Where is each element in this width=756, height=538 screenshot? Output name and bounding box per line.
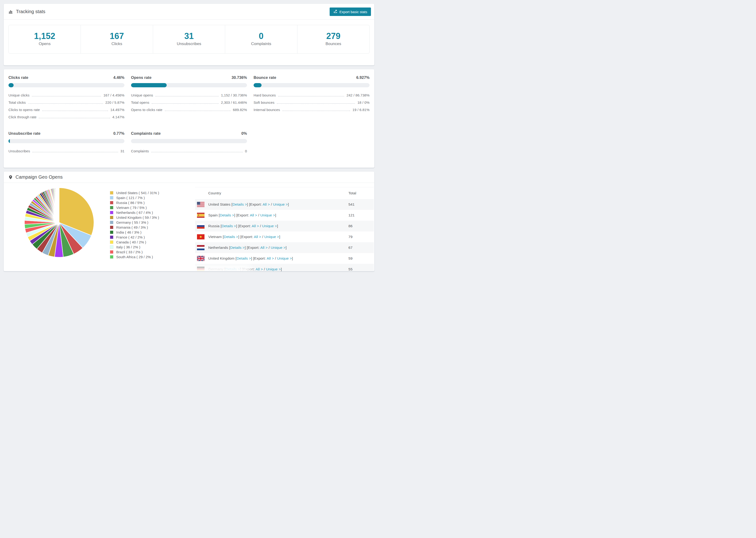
dotted-leader — [151, 152, 243, 152]
legend-item: United Kingdom ( 59 / 3% ) — [110, 215, 159, 220]
dashboard-page: Tracking stats Export basic stats 1,152 … — [0, 0, 378, 278]
rate-detail-value: 14.497% — [110, 108, 125, 112]
total-cell: 86 — [349, 224, 352, 228]
rate-value: 30.736% — [232, 75, 247, 80]
legend-item: Canada ( 40 / 2% ) — [110, 240, 159, 244]
legend-swatch — [110, 196, 113, 199]
rate-detail-row: Hard bounces 242 / 86.738% — [253, 91, 369, 99]
export-unique-link[interactable]: Unique > — [277, 256, 292, 260]
rate-detail-row: Internal bounces 19 / 6.81% — [253, 106, 369, 113]
rate-block: Unsubscribe rate 0.77% Unsubscribes 31 — [9, 131, 125, 155]
dotted-leader — [32, 96, 101, 96]
export-all-link[interactable]: All > — [250, 213, 257, 217]
progress-bar — [131, 83, 247, 87]
export-unique-link[interactable]: Unique > — [262, 224, 277, 228]
export-unique-link[interactable]: Unique > — [266, 267, 281, 271]
rate-detail-label: Unique clicks — [9, 93, 29, 97]
export-basic-stats-button[interactable]: Export basic stats — [330, 8, 371, 16]
country-cell: Vietnam [Details >] [Export: All > / Uni… — [208, 235, 280, 239]
table-row: Spain [Details >] [Export: All > / Uniqu… — [195, 210, 374, 221]
country-cell: Netherlands [Details >] [Export: All > /… — [208, 245, 287, 250]
legend-swatch — [110, 221, 113, 224]
export-all-link[interactable]: All > — [267, 256, 274, 260]
details-link[interactable]: Details > — [237, 256, 251, 260]
geo-opens-title-text: Campaign Geo Opens — [16, 174, 63, 180]
legend-label: Russia ( 86 / 5% ) — [116, 201, 145, 205]
progress-bar — [131, 139, 247, 143]
summary-stat-label: Bounces — [297, 41, 369, 46]
total-column-header: Total — [349, 191, 356, 195]
legend-item: France ( 42 / 2% ) — [110, 235, 159, 240]
table-row: Russia [Details >] [Export: All > / Uniq… — [195, 221, 374, 232]
country-flag-icon — [197, 202, 204, 207]
summary-stat-value: 167 — [81, 31, 153, 41]
export-unique-link[interactable]: Unique > — [271, 245, 286, 249]
export-unique-link[interactable]: Unique > — [264, 235, 279, 239]
rate-detail-label: Total clicks — [9, 100, 26, 104]
export-all-link[interactable]: All > — [262, 202, 270, 206]
dotted-leader — [277, 103, 355, 104]
total-cell: 121 — [349, 213, 354, 217]
export-all-link[interactable]: All > — [252, 224, 259, 228]
country-cell: Spain [Details >] [Export: All > / Uniqu… — [208, 213, 276, 217]
progress-bar — [253, 83, 369, 87]
rate-detail-value: 18 / 0% — [357, 100, 369, 104]
rate-detail-row: Unique opens 1,152 / 30.736% — [131, 91, 247, 99]
legend-label: Vietnam ( 79 / 5% ) — [116, 206, 147, 210]
progress-bar — [9, 83, 125, 87]
dotted-leader — [152, 103, 219, 104]
dotted-leader — [283, 111, 350, 111]
legend-item: Italy ( 36 / 2% ) — [110, 244, 159, 249]
legend-label: United States ( 541 / 31% ) — [116, 191, 159, 195]
export-all-link[interactable]: All > — [254, 235, 261, 239]
details-link[interactable]: Details > — [220, 213, 234, 217]
bar-chart-icon — [9, 9, 13, 14]
rate-title: Clicks rate — [9, 75, 28, 80]
legend-item: Romania ( 49 / 3% ) — [110, 225, 159, 230]
legend-item: South Africa ( 29 / 2% ) — [110, 254, 159, 259]
details-link[interactable]: Details > — [230, 245, 245, 249]
summary-stats-row: 1,152 Opens 167 Clicks 31 Unsubscribes 0… — [9, 25, 369, 54]
rate-detail-label: Soft bounces — [253, 100, 274, 104]
rate-detail-value: 242 / 86.738% — [347, 93, 369, 97]
details-link[interactable]: Details > — [233, 202, 247, 206]
progress-bar-fill — [9, 139, 10, 143]
progress-bar-fill — [131, 83, 167, 87]
legend-swatch — [110, 241, 113, 244]
details-link[interactable]: Details > — [222, 224, 236, 228]
legend-label: France ( 42 / 2% ) — [116, 235, 145, 239]
export-unique-link[interactable]: Unique > — [273, 202, 288, 206]
dotted-leader — [28, 103, 103, 104]
rate-detail-value: 220 / 5.87% — [105, 100, 125, 104]
rate-detail-row: Opens to clicks rate 689.82% — [131, 106, 247, 113]
details-link[interactable]: Details > — [224, 235, 238, 239]
export-all-link[interactable]: All > — [260, 245, 268, 249]
rate-detail-label: Click through rate — [9, 115, 36, 119]
legend-swatch — [110, 236, 113, 239]
total-cell: 59 — [349, 256, 352, 260]
export-unique-link[interactable]: Unique > — [260, 213, 275, 217]
progress-bar — [9, 139, 125, 143]
legend-label: South Africa ( 29 / 2% ) — [116, 255, 153, 259]
summary-stat: 279 Bounces — [297, 25, 369, 53]
summary-stat-label: Complaints — [225, 41, 297, 46]
rate-detail-row: Click through rate 4.147% — [9, 113, 125, 121]
rate-detail-value: 1,152 / 30.736% — [221, 93, 247, 97]
summary-stat-value: 279 — [297, 31, 369, 41]
legend-swatch — [110, 216, 113, 219]
legend-item: Vietnam ( 79 / 5% ) — [110, 205, 159, 210]
rate-detail-label: Opens to clicks rate — [131, 108, 162, 112]
dotted-leader — [32, 152, 118, 152]
dotted-leader — [155, 96, 219, 96]
rate-detail-value: 167 / 4.456% — [103, 93, 125, 97]
legend-swatch — [110, 226, 113, 229]
rate-detail-row: Complaints 0 — [131, 147, 247, 155]
geo-table-header: Country Total — [195, 187, 374, 199]
rate-value: 6.927% — [356, 75, 369, 80]
legend-swatch — [110, 255, 113, 259]
legend-item: Spain ( 121 / 7% ) — [110, 195, 159, 200]
export-all-link[interactable]: All > — [255, 267, 263, 271]
rate-detail-value: 19 / 6.81% — [352, 108, 369, 112]
rate-title: Bounce rate — [253, 75, 276, 80]
total-cell: 541 — [349, 202, 354, 207]
